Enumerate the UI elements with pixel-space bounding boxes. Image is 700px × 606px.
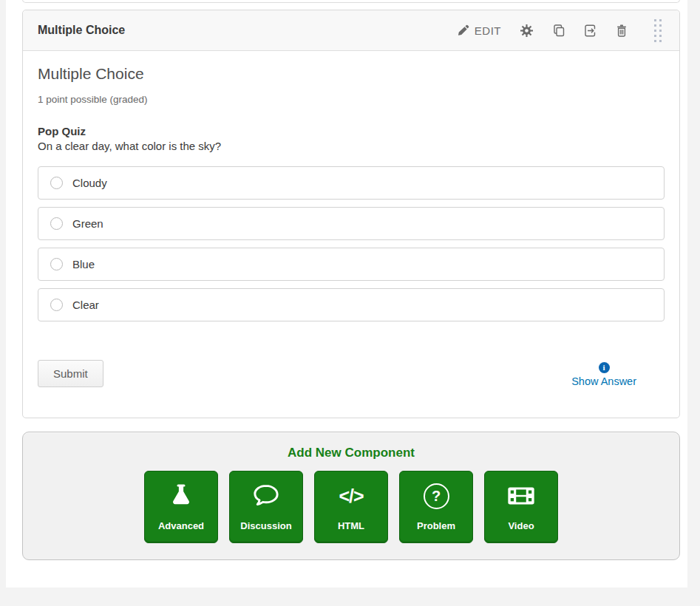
edit-button-label: EDIT — [475, 24, 501, 37]
add-new-component-panel: Add New Component Advanced Discussion — [22, 432, 680, 560]
choice-option-clear[interactable]: Clear — [38, 288, 665, 321]
component-card-header: Multiple Choice EDIT — [23, 10, 679, 51]
add-button-label: Advanced — [158, 520, 204, 531]
component-title: Multiple Choice — [38, 24, 125, 37]
info-icon[interactable]: i — [599, 362, 610, 373]
show-answer-block: i Show Answer — [571, 360, 636, 387]
duplicate-button[interactable] — [552, 24, 565, 37]
flask-icon — [169, 471, 194, 520]
choice-option-blue[interactable]: Blue — [38, 248, 665, 281]
settings-button[interactable] — [520, 24, 533, 37]
choice-label: Blue — [72, 258, 95, 270]
add-video-button[interactable]: Video — [484, 471, 558, 543]
submit-button[interactable]: Submit — [38, 360, 103, 387]
choice-option-green[interactable]: Green — [38, 207, 665, 240]
radio-button[interactable] — [50, 258, 63, 270]
add-button-label: HTML — [338, 520, 364, 531]
question-title: Pop Quiz — [38, 125, 665, 137]
points-possible-text: 1 point possible (graded) — [38, 94, 665, 105]
add-advanced-button[interactable]: Advanced — [144, 471, 218, 543]
add-problem-button[interactable]: ? Problem — [399, 471, 473, 543]
unit-content-area: Multiple Choice EDIT — [6, 0, 687, 588]
move-button[interactable] — [584, 24, 597, 37]
add-discussion-button[interactable]: Discussion — [229, 471, 303, 543]
component-actions: EDIT — [458, 15, 672, 47]
delete-button[interactable] — [616, 24, 628, 37]
radio-button[interactable] — [50, 177, 63, 189]
code-icon: </> — [339, 471, 363, 520]
edit-button[interactable]: EDIT — [458, 24, 501, 37]
previous-component-card-edge — [22, 0, 680, 3]
choice-label: Clear — [72, 299, 99, 311]
drag-handle-icon[interactable] — [647, 15, 672, 47]
show-answer-link[interactable]: Show Answer — [571, 375, 636, 387]
speech-bubble-icon — [252, 471, 280, 520]
trash-icon — [616, 24, 628, 37]
choice-label: Cloudy — [72, 177, 107, 189]
gear-icon — [520, 24, 533, 37]
problem-actions-row: Submit i Show Answer — [38, 360, 665, 387]
question-mark-icon: ? — [424, 471, 449, 520]
problem-title: Multiple Choice — [38, 65, 665, 83]
move-icon — [584, 24, 597, 37]
radio-button[interactable] — [50, 299, 63, 311]
add-button-label: Discussion — [240, 520, 291, 531]
radio-button[interactable] — [50, 217, 63, 230]
pencil-icon — [458, 24, 469, 36]
add-button-label: Problem — [417, 520, 455, 531]
problem-preview: Multiple Choice 1 point possible (graded… — [23, 51, 679, 418]
add-html-button[interactable]: </> HTML — [314, 471, 388, 543]
add-component-buttons: Advanced Discussion </> HTML ? — [23, 471, 679, 543]
add-new-component-title: Add New Component — [23, 432, 679, 460]
film-strip-icon — [507, 471, 535, 520]
duplicate-icon — [552, 24, 565, 37]
add-button-label: Video — [508, 520, 534, 531]
question-text: On a clear day, what color is the sky? — [38, 140, 665, 152]
component-card: Multiple Choice EDIT — [22, 10, 680, 418]
choice-option-cloudy[interactable]: Cloudy — [38, 166, 665, 200]
choice-label: Green — [72, 217, 103, 230]
